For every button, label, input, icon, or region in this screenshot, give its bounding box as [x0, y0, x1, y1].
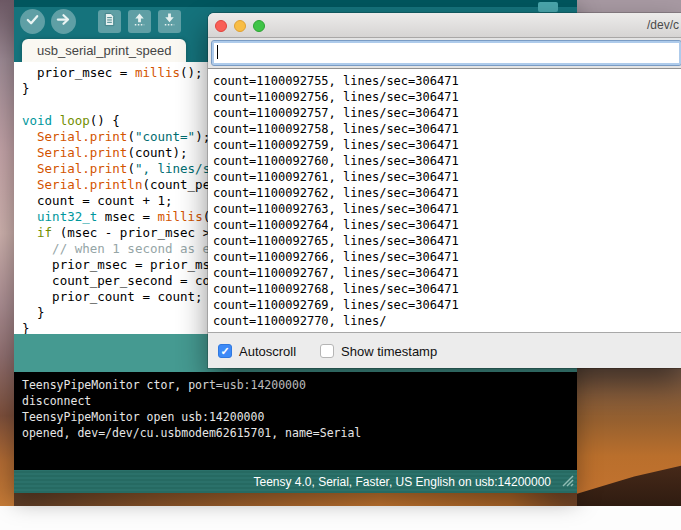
desktop-wallpaper-left [0, 0, 14, 507]
serial-output-line: count=1100092760, lines/sec=306471 [213, 153, 681, 169]
serial-output-line: count=1100092763, lines/sec=306471 [213, 201, 681, 217]
console-line: disconnect [22, 393, 577, 409]
sketch-tab-label: usb_serial_print_speed [37, 43, 171, 58]
serial-monitor-window: /dev/c count=1100092755, lines/sec=30647… [208, 13, 681, 368]
autoscroll-checkbox[interactable] [218, 344, 232, 358]
timestamp-label: Show timestamp [341, 344, 437, 359]
serial-output-line: count=1100092758, lines/sec=306471 [213, 121, 681, 137]
serial-output-line: count=1100092768, lines/sec=306471 [213, 281, 681, 297]
timestamp-checkbox[interactable] [320, 344, 334, 358]
monitor-title: /dev/c [647, 18, 679, 32]
verify-button[interactable] [20, 9, 45, 34]
board-status-text: Teensy 4.0, Serial, Faster, US English o… [253, 475, 551, 489]
desktop-wallpaper-bottom [14, 493, 577, 507]
text-caret [217, 45, 218, 59]
serial-output-line: count=1100092767, lines/sec=306471 [213, 265, 681, 281]
serial-output-line: count=1100092759, lines/sec=306471 [213, 137, 681, 153]
ide-statusbar: Teensy 4.0, Serial, Faster, US English o… [14, 470, 577, 493]
console-line: TeensyPipeMonitor open usb:14200000 [22, 409, 577, 425]
check-icon [25, 12, 40, 31]
serial-monitor-button[interactable] [538, 2, 558, 12]
save-button[interactable] [158, 10, 181, 33]
serial-output-line: count=1100092756, lines/sec=306471 [213, 89, 681, 105]
serial-send-input[interactable] [212, 41, 681, 65]
serial-output-line: count=1100092765, lines/sec=306471 [213, 233, 681, 249]
ide-console-output: TeensyPipeMonitor ctor, port=usb:1420000… [14, 372, 577, 470]
minimize-button[interactable] [234, 20, 246, 32]
serial-output-line: count=1100092761, lines/sec=306471 [213, 169, 681, 185]
bottom-white-area [0, 506, 681, 530]
serial-output-line: count=1100092764, lines/sec=306471 [213, 217, 681, 233]
open-button[interactable] [128, 10, 151, 33]
screen: usb_serial_print_speed prior_msec = mill… [0, 0, 681, 530]
close-button[interactable] [215, 20, 227, 32]
serial-output-line: count=1100092770, lines/ [213, 313, 681, 329]
monitor-controls: Autoscroll Show timestamp [208, 334, 681, 368]
arrow-up-icon [132, 12, 147, 31]
serial-output-area[interactable]: count=1100092755, lines/sec=306471count=… [208, 68, 681, 333]
arrow-down-icon [162, 12, 177, 31]
serial-output-line: count=1100092755, lines/sec=306471 [213, 73, 681, 89]
ide-top-strip [14, 0, 577, 7]
serial-output-line: count=1100092769, lines/sec=306471 [213, 297, 681, 313]
console-line: TeensyPipeMonitor ctor, port=usb:1420000… [22, 377, 577, 393]
resize-grip-icon[interactable] [559, 472, 574, 490]
zoom-button[interactable] [253, 20, 265, 32]
monitor-titlebar[interactable]: /dev/c [208, 13, 681, 38]
monitor-send-row [208, 38, 681, 68]
document-icon [102, 12, 117, 31]
new-sketch-button[interactable] [98, 10, 121, 33]
serial-output-line: count=1100092757, lines/sec=306471 [213, 105, 681, 121]
upload-button[interactable] [51, 9, 76, 34]
serial-output-line: count=1100092762, lines/sec=306471 [213, 185, 681, 201]
console-line: opened, dev=/dev/cu.usbmodem62615701, na… [22, 425, 577, 441]
serial-output-line: count=1100092766, lines/sec=306471 [213, 249, 681, 265]
autoscroll-label: Autoscroll [239, 344, 296, 359]
arrow-right-icon [56, 12, 71, 31]
sketch-tab[interactable]: usb_serial_print_speed [22, 39, 186, 62]
